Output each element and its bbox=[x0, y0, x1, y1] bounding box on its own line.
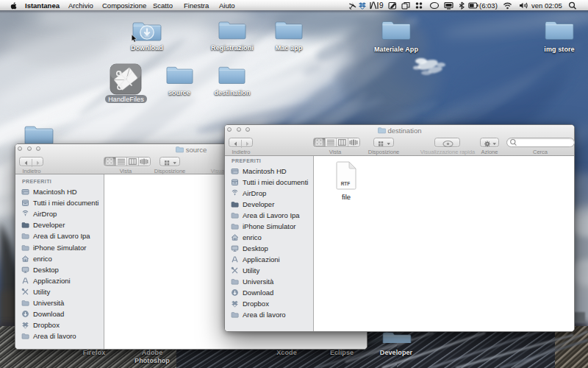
svg-text:RTF: RTF bbox=[341, 181, 351, 186]
